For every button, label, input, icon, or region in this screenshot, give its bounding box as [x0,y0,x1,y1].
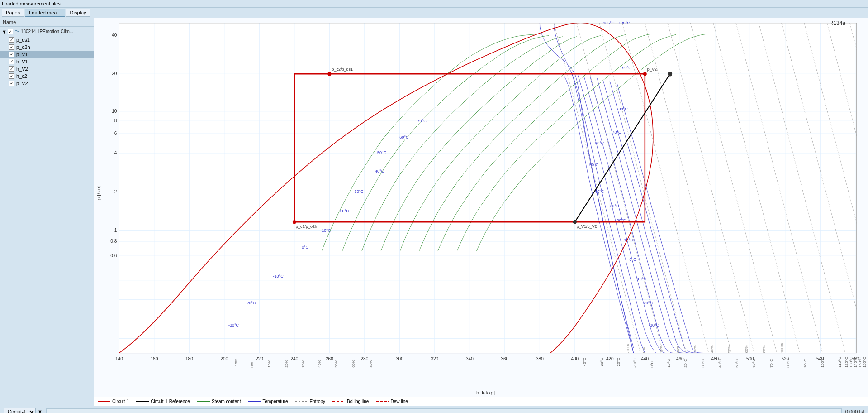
legend: Circuit-1 Circuit-1-Reference Steam cont… [94,397,868,406]
legend-circuit1: Circuit-1 [98,399,129,404]
sidebar-item-p_ds1[interactable]: ✓ p_ds1 [0,36,94,43]
dew-line-icon [376,401,389,402]
svg-text:70°C: 70°C [417,119,427,123]
horizontal-scrollbar[interactable] [46,408,842,413]
svg-text:10: 10 [112,109,117,114]
legend-steam-label: Steam content [212,399,241,404]
label-h_c2: h_c2 [16,73,27,79]
svg-text:0°C: 0°C [650,361,654,367]
svg-text:10%: 10% [267,360,272,368]
svg-text:140: 140 [115,356,123,361]
svg-text:40°C: 40°C [595,189,604,194]
label-p_V2: p_V2 [647,67,657,72]
sidebar-item-h_V1[interactable]: ✓ h_V1 [0,58,94,65]
svg-text:160°C: 160°C [862,357,867,368]
svg-text:-20°C: -20°C [617,358,621,368]
checkbox-h_c2[interactable]: ✓ [9,73,14,79]
sidebar-item-p_V1[interactable]: ✓ p_V1 [0,51,94,58]
checkbox-p_o2h[interactable]: ✓ [9,44,14,50]
svg-text:60°C: 60°C [595,140,604,145]
svg-text:-10%: -10% [234,358,238,368]
svg-text:100%: 100% [779,343,784,353]
svg-text:460: 460 [676,356,684,361]
group-checkbox[interactable]: ✓ [8,29,13,34]
chart-container[interactable]: p [bar] h [kJ/kg] [94,18,868,397]
svg-text:360: 360 [501,356,508,361]
loaded-mea-button[interactable]: Loaded mea... [25,9,65,17]
svg-text:0%: 0% [250,362,255,368]
svg-text:300: 300 [396,356,403,361]
sidebar-item-h_V2[interactable]: ✓ h_V2 [0,65,94,72]
svg-rect-2 [119,23,856,353]
checkbox-h_V2[interactable]: ✓ [9,66,14,72]
svg-text:20°C: 20°C [340,208,349,213]
svg-text:2: 2 [114,189,117,194]
checkbox-p_V2[interactable]: ✓ [9,81,14,86]
label-p_V2: p_V2 [16,81,28,86]
point-p_c2_p_o2h [293,220,296,224]
display-button[interactable]: Display [66,9,90,17]
svg-text:-10°C: -10°C [273,274,284,279]
svg-text:1: 1 [114,227,117,232]
svg-text:150°C: 150°C [858,357,862,368]
sidebar: Name ▼ ✓ 〜 180214_IPEmotion Clim... ✓ p_… [0,18,94,406]
circuit1-line-icon [98,401,110,402]
label-p_c2_p_o2h: p_c2/p_o2h [296,224,317,229]
label-p_ds1: p_ds1 [16,37,30,43]
sidebar-item-p_o2h[interactable]: ✓ p_o2h [0,43,94,51]
svg-text:160: 160 [150,356,158,361]
svg-text:-10°C: -10°C [636,277,646,281]
svg-text:-30°C: -30°C [649,322,659,327]
svg-text:220: 220 [256,356,263,361]
checkbox-p_V1[interactable]: ✓ [9,52,14,57]
svg-text:280: 280 [360,356,368,361]
svg-text:400: 400 [571,356,579,361]
svg-text:20%: 20% [676,345,680,353]
pages-button[interactable]: Pages [2,9,24,17]
svg-text:4: 4 [114,150,117,155]
temperature-line-icon [248,401,261,402]
svg-text:60°C: 60°C [399,135,408,139]
svg-text:0°C: 0°C [630,257,636,262]
label-p_V1_p_V2: p_V1/p_V2 [577,224,597,229]
sidebar-header: Name [0,18,94,27]
sidebar-item-h_c2[interactable]: ✓ h_c2 [0,72,94,80]
status-bar: Circuit-1 ▼ 0.000 [s] [0,406,868,413]
svg-text:8: 8 [114,118,117,123]
svg-text:0.6: 0.6 [110,253,117,258]
legend-dew-label: Dew line [390,399,408,404]
svg-text:30%: 30% [301,360,305,368]
svg-text:50°C: 50°C [589,163,598,167]
svg-text:40: 40 [112,32,117,37]
svg-text:30°C: 30°C [610,204,619,208]
checkbox-h_V1[interactable]: ✓ [9,59,14,64]
time-display: 0.000 [s] [845,409,864,413]
label-h_V2: h_V2 [16,66,28,72]
svg-text:10°C: 10°C [624,238,633,242]
svg-text:6: 6 [114,131,117,136]
svg-text:40°C: 40°C [717,359,722,368]
dropdown-arrow-icon: ▼ [38,409,43,413]
svg-text:50%: 50% [727,345,731,353]
sidebar-group[interactable]: ▼ ✓ 〜 180214_IPEmotion Clim... [0,27,94,36]
sidebar-item-p_V2[interactable]: ✓ p_V2 [0,80,94,87]
legend-temperature-label: Temperature [262,399,288,404]
wave-icon: 〜 [14,28,20,35]
svg-text:20°C: 20°C [683,359,688,368]
top-bar: Loaded measurement files [0,0,868,8]
legend-circuit1-ref-label: Circuit-1-Reference [151,399,190,404]
legend-temperature: Temperature [248,399,288,404]
svg-text:140°C: 140°C [853,357,858,368]
circuit-dropdown[interactable]: Circuit-1 [4,408,36,413]
label-p_o2h: p_o2h [16,44,30,50]
svg-text:380: 380 [536,356,544,361]
x-axis-label: h [kJ/kg] [476,389,495,395]
checkbox-p_ds1[interactable]: ✓ [9,37,14,43]
svg-text:320: 320 [431,356,438,361]
svg-text:80%: 80% [368,360,373,368]
svg-text:60%: 60% [351,360,356,368]
svg-text:100°C: 100°C [821,357,825,368]
svg-text:-20°C: -20°C [642,301,653,305]
svg-text:60%: 60% [745,345,749,353]
label-p_c2_p_ds1: p_c2/p_ds1 [332,67,353,72]
